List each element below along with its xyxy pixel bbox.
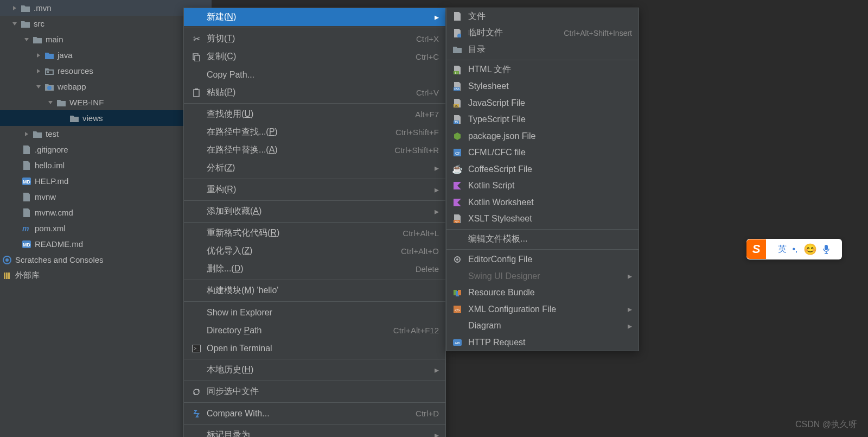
menu-replaceinpath[interactable]: 在路径中替换...(A) Ctrl+Shift+R [184, 141, 445, 159]
menu-syncsel[interactable]: 同步选中文件 [184, 383, 445, 401]
menu-compare[interactable]: Compare With... Ctrl+D [184, 404, 445, 422]
markdown-file-icon: MD [22, 239, 31, 249]
sub-packagejson[interactable]: package.json File [446, 128, 639, 145]
menu-separator [184, 424, 445, 425]
ime-toolbar[interactable]: S 英 •, 😊 [746, 239, 842, 259]
sub-scratch[interactable]: 临时文件 Ctrl+Alt+Shift+Insert [446, 25, 639, 42]
tree-node-mvn[interactable]: .mvn [0, 0, 212, 16]
menu-new[interactable]: 新建(N) ▸ [184, 8, 445, 26]
menu-separator [184, 200, 445, 201]
file-icon [22, 192, 31, 202]
sub-cfml[interactable]: Cf CFML/CFC file [446, 144, 639, 161]
svg-rect-2 [47, 72, 49, 73]
menu-localhist[interactable]: 本地历史(H) ▸ [184, 361, 445, 379]
ime-lang[interactable]: 英 [778, 244, 787, 255]
chevron-right-icon: ▸ [435, 185, 439, 195]
menu-copypath[interactable]: Copy Path... [184, 66, 445, 84]
chevron-down-icon [34, 82, 43, 92]
menu-optimize[interactable]: 优化导入(Z) Ctrl+Alt+O [184, 242, 445, 260]
folder-icon [21, 19, 30, 29]
tree-node-webinf[interactable]: WEB-INF [0, 94, 212, 110]
sub-file[interactable]: 文件 [446, 8, 639, 25]
tree-node-mvnwcmd[interactable]: mvnw.cmd [0, 205, 212, 220]
tree-node-mvnw[interactable]: mvnw [0, 189, 212, 205]
menu-delete[interactable]: 删除...(D) Delete [184, 260, 445, 278]
tree-node-java[interactable]: java [0, 47, 212, 63]
sub-xslt[interactable]: </> XSLT Stylesheet [446, 211, 639, 227]
menu-reformat[interactable]: 重新格式化代码(R) Ctrl+Alt+L [184, 224, 445, 242]
sub-dir[interactable]: 目录 [446, 41, 639, 58]
tree-node-resources[interactable]: resources [0, 63, 212, 79]
resource-bundle-icon [452, 287, 463, 298]
menu-markdir[interactable]: 标记目录为 ▸ [184, 426, 445, 437]
menu-separator [184, 179, 445, 179]
watermark: CSDN @执久呀 [795, 419, 857, 430]
svg-rect-15 [195, 55, 200, 61]
resource-folder-icon [44, 66, 54, 76]
menu-findusages[interactable]: 查找使用(U) Alt+F7 [184, 105, 445, 123]
menu-buildmod[interactable]: 构建模块(M) 'hello' [184, 282, 445, 300]
web-folder-icon [44, 82, 54, 92]
nodejs-icon [452, 131, 463, 142]
tree-node-main[interactable]: main [0, 31, 212, 47]
terminal-icon: >_ [190, 343, 202, 354]
sub-coffee[interactable]: ☕ CoffeeScript File [446, 161, 639, 178]
sub-jsfile[interactable]: JS JavaScript File [446, 95, 639, 112]
tree-node-helpmd[interactable]: MD HELP.md [0, 173, 212, 189]
chevron-right-icon: ▸ [628, 321, 632, 331]
sub-html[interactable]: H HTML 文件 [446, 62, 639, 79]
tree-node-scratches[interactable]: Scratches and Consoles [0, 252, 212, 268]
menu-showexpl[interactable]: Show in Explorer [184, 303, 445, 321]
sub-xmlconf[interactable]: </> XML Configuration File ▸ [446, 301, 639, 318]
sub-stylesheet[interactable]: CSS Stylesheet [446, 78, 639, 95]
svg-rect-12 [6, 273, 8, 279]
tree-node-helloiml[interactable]: hello.iml [0, 157, 212, 173]
menu-cut[interactable]: ✂ 剪切(T) Ctrl+X [184, 30, 445, 48]
project-tree: .mvn src main java resources webapp WEB-… [0, 0, 212, 437]
menu-analyze[interactable]: 分析(Z) ▸ [184, 159, 445, 177]
context-menu: 新建(N) ▸ ✂ 剪切(T) Ctrl+X 复制(C) Ctrl+C Copy… [183, 8, 446, 437]
coffee-file-icon: ☕ [452, 164, 463, 175]
tree-node-readme[interactable]: MD README.md [0, 236, 212, 252]
sub-resbundle[interactable]: Resource Bundle [446, 284, 639, 301]
sub-edittpl[interactable]: 编辑文件模板... [446, 231, 639, 248]
svg-text:m: m [22, 224, 29, 233]
tree-node-webapp[interactable]: webapp [0, 79, 212, 94]
ime-mic-icon[interactable] [822, 244, 830, 254]
svg-text:API: API [455, 341, 460, 345]
kotlin-icon [452, 180, 463, 191]
tree-node-pom[interactable]: m pom.xml [0, 220, 212, 236]
sub-kotlinscript[interactable]: Kotlin Script [446, 178, 639, 194]
sub-kotlinws[interactable]: Kotlin Worksheet [446, 194, 639, 211]
menu-paste[interactable]: 粘贴(P) Ctrl+V [184, 84, 445, 102]
menu-refactor[interactable]: 重构(R) ▸ [184, 181, 445, 199]
file-icon [452, 11, 463, 22]
sub-tsfile[interactable]: TS TypeScript File [446, 111, 639, 128]
sub-httpreq[interactable]: API HTTP Request [446, 334, 639, 351]
menu-dirpath[interactable]: Directory Path Ctrl+Alt+F12 [184, 321, 445, 339]
menu-separator [184, 222, 445, 223]
svg-text:>_: >_ [194, 346, 200, 351]
menu-findinpath[interactable]: 在路径中查找...(P) Ctrl+Shift+F [184, 123, 445, 141]
menu-addtofav[interactable]: 添加到收藏(A) ▸ [184, 202, 445, 220]
chevron-right-icon: ▸ [628, 304, 632, 314]
scratches-icon [2, 255, 12, 265]
svg-text:MD: MD [23, 179, 30, 185]
sub-diagram[interactable]: Diagram ▸ [446, 318, 639, 334]
file-icon [22, 145, 31, 155]
tree-node-src[interactable]: src [0, 16, 212, 31]
tree-node-views[interactable]: views [0, 110, 212, 126]
menu-openterm[interactable]: >_ Open in Terminal [184, 339, 445, 357]
svg-text:Cf: Cf [455, 151, 460, 156]
chevron-right-icon: ▸ [435, 365, 439, 375]
ime-emoji-icon[interactable]: 😊 [803, 243, 817, 256]
ime-comma-icon[interactable]: •, [792, 244, 797, 254]
sub-editorconfig[interactable]: EditorConfig File [446, 251, 639, 268]
svg-text:JS: JS [455, 104, 458, 107]
chevron-right-icon [34, 66, 43, 76]
menu-copy[interactable]: 复制(C) Ctrl+C [184, 48, 445, 66]
gear-icon [452, 254, 463, 265]
tree-node-test[interactable]: test [0, 126, 212, 142]
tree-node-gitignore[interactable]: .gitignore [0, 142, 212, 157]
tree-node-external[interactable]: 外部库 [0, 268, 212, 283]
